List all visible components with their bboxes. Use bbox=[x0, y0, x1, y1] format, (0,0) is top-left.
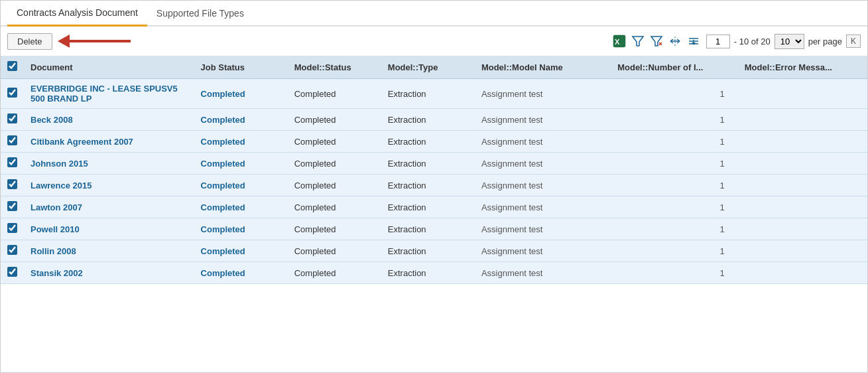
document-link[interactable]: Lawton 2007 bbox=[31, 202, 82, 212]
page-number-input[interactable] bbox=[706, 35, 730, 48]
row-model-status: Completed bbox=[288, 153, 381, 175]
row-model-name: Assignment test bbox=[475, 262, 611, 284]
row-model-err bbox=[738, 218, 867, 240]
tab-contracts[interactable]: Contracts Analysis Document bbox=[7, 1, 147, 27]
table-row: Lawton 2007 Completed Completed Extracti… bbox=[1, 196, 867, 218]
row-model-num: 1 bbox=[611, 262, 738, 284]
excel-icon[interactable]: X bbox=[612, 34, 627, 48]
document-link[interactable]: Citibank Agreement 2007 bbox=[31, 137, 133, 147]
row-job-status: Completed bbox=[194, 240, 288, 262]
red-arrow-indicator bbox=[58, 32, 137, 50]
row-checkbox-cell bbox=[1, 109, 24, 131]
fit-columns-icon[interactable] bbox=[668, 34, 682, 48]
row-model-num: 1 bbox=[611, 218, 738, 240]
table-row: Stansik 2002 Completed Completed Extract… bbox=[1, 262, 867, 284]
row-model-type: Extraction bbox=[381, 131, 475, 153]
row-job-status: Completed bbox=[194, 153, 288, 175]
row-document: Powell 2010 bbox=[24, 218, 194, 240]
row-checkbox-cell bbox=[1, 131, 24, 153]
row-job-status: Completed bbox=[194, 196, 288, 218]
row-model-num: 1 bbox=[611, 79, 738, 109]
per-page-select[interactable]: 10 20 50 bbox=[775, 34, 804, 49]
row-model-status: Completed bbox=[288, 218, 381, 240]
row-document: Beck 2008 bbox=[24, 109, 194, 131]
row-model-err bbox=[738, 262, 867, 284]
row-model-name: Assignment test bbox=[475, 131, 611, 153]
svg-marker-1 bbox=[58, 35, 70, 48]
row-model-err bbox=[738, 240, 867, 262]
row-checkbox[interactable] bbox=[7, 179, 17, 189]
col-header-model-err: Model::Error Messa... bbox=[738, 56, 867, 79]
document-link[interactable]: Beck 2008 bbox=[31, 115, 73, 125]
row-checkbox[interactable] bbox=[7, 267, 17, 277]
data-table: Document Job Status Model::Status Model:… bbox=[1, 56, 867, 284]
row-model-name: Assignment test bbox=[475, 175, 611, 196]
document-link[interactable]: Rollin 2008 bbox=[31, 246, 76, 256]
filter-icon[interactable] bbox=[631, 34, 645, 48]
row-model-num: 1 bbox=[611, 131, 738, 153]
header-checkbox-cell bbox=[1, 56, 24, 79]
row-model-name: Assignment test bbox=[475, 218, 611, 240]
row-model-name: Assignment test bbox=[475, 109, 611, 131]
per-page-label: per page bbox=[808, 37, 842, 46]
col-header-document: Document bbox=[24, 56, 194, 79]
row-model-err bbox=[738, 175, 867, 196]
row-checkbox[interactable] bbox=[7, 88, 17, 98]
row-checkbox-cell bbox=[1, 240, 24, 262]
row-document: Lawton 2007 bbox=[24, 196, 194, 218]
row-job-status: Completed bbox=[194, 175, 288, 196]
row-document: EVERBRIDGE INC - LEASE SPUSV5 500 BRAND … bbox=[24, 79, 194, 109]
row-checkbox[interactable] bbox=[7, 245, 17, 255]
select-all-checkbox[interactable] bbox=[7, 61, 17, 71]
document-link[interactable]: Powell 2010 bbox=[31, 224, 80, 234]
document-link[interactable]: EVERBRIDGE INC - LEASE SPUSV5 500 BRAND … bbox=[31, 84, 178, 104]
row-checkbox[interactable] bbox=[7, 201, 17, 211]
svg-text:X: X bbox=[615, 38, 620, 46]
row-model-err bbox=[738, 131, 867, 153]
row-model-status: Completed bbox=[288, 79, 381, 109]
first-page-button[interactable]: K bbox=[846, 35, 861, 48]
row-model-type: Extraction bbox=[381, 196, 475, 218]
document-link[interactable]: Lawrence 2015 bbox=[31, 181, 92, 190]
row-checkbox[interactable] bbox=[7, 223, 17, 233]
row-model-name: Assignment test bbox=[475, 196, 611, 218]
row-document: Lawrence 2015 bbox=[24, 175, 194, 196]
tab-supported-file-types[interactable]: Supported File Types bbox=[147, 1, 253, 25]
row-document: Citibank Agreement 2007 bbox=[24, 131, 194, 153]
row-checkbox-cell bbox=[1, 218, 24, 240]
delete-button[interactable]: Delete bbox=[7, 33, 52, 50]
table-row: Lawrence 2015 Completed Completed Extrac… bbox=[1, 175, 867, 196]
col-header-model-num: Model::Number of I... bbox=[611, 56, 738, 79]
row-job-status: Completed bbox=[194, 218, 288, 240]
row-checkbox-cell bbox=[1, 262, 24, 284]
row-model-status: Completed bbox=[288, 175, 381, 196]
table-row: Powell 2010 Completed Completed Extracti… bbox=[1, 218, 867, 240]
row-model-status: Completed bbox=[288, 196, 381, 218]
row-model-status: Completed bbox=[288, 262, 381, 284]
filter-remove-icon[interactable] bbox=[649, 34, 664, 48]
col-header-model-status: Model::Status bbox=[288, 56, 381, 79]
row-model-num: 1 bbox=[611, 153, 738, 175]
row-model-err bbox=[738, 153, 867, 175]
row-checkbox[interactable] bbox=[7, 135, 17, 145]
table-row: Citibank Agreement 2007 Completed Comple… bbox=[1, 131, 867, 153]
col-header-job-status: Job Status bbox=[194, 56, 288, 79]
row-checkbox-cell bbox=[1, 196, 24, 218]
document-link[interactable]: Johnson 2015 bbox=[31, 159, 88, 169]
toolbar: Delete X bbox=[1, 27, 867, 56]
row-document: Rollin 2008 bbox=[24, 240, 194, 262]
row-model-err bbox=[738, 109, 867, 131]
row-model-err bbox=[738, 196, 867, 218]
expand-icon[interactable] bbox=[686, 34, 701, 48]
row-model-name: Assignment test bbox=[475, 79, 611, 109]
row-checkbox-cell bbox=[1, 79, 24, 109]
row-checkbox[interactable] bbox=[7, 157, 17, 167]
row-checkbox[interactable] bbox=[7, 113, 17, 123]
table-row: Beck 2008 Completed Completed Extraction… bbox=[1, 109, 867, 131]
row-model-name: Assignment test bbox=[475, 153, 611, 175]
row-model-num: 1 bbox=[611, 175, 738, 196]
document-link[interactable]: Stansik 2002 bbox=[31, 268, 83, 278]
row-model-type: Extraction bbox=[381, 79, 475, 109]
row-model-num: 1 bbox=[611, 240, 738, 262]
row-model-status: Completed bbox=[288, 109, 381, 131]
